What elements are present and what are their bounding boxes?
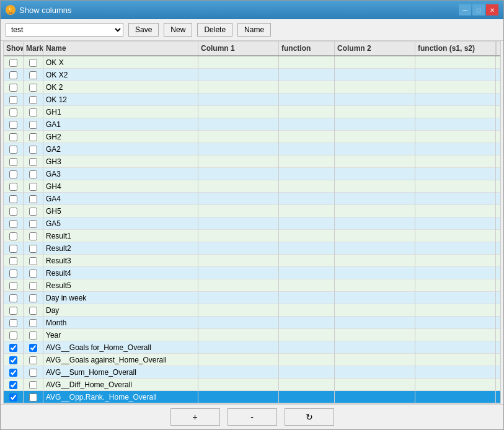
- table-row[interactable]: GA2: [4, 143, 500, 156]
- mark-checkbox[interactable]: [29, 245, 37, 253]
- mark-checkbox-cell[interactable]: [24, 329, 43, 341]
- show-checkbox-cell[interactable]: [4, 106, 24, 118]
- show-checkbox[interactable]: [9, 59, 17, 67]
- show-checkbox-cell[interactable]: [4, 56, 24, 69]
- show-checkbox[interactable]: [9, 146, 17, 154]
- mark-checkbox[interactable]: [29, 319, 37, 327]
- mark-checkbox[interactable]: [29, 307, 37, 315]
- table-scroll-area[interactable]: OK XOK X2OK 2OK 12GH1GA1GH2GA2GH3GA3GH4G…: [4, 56, 500, 403]
- table-row[interactable]: Day in week: [4, 292, 500, 304]
- table-row[interactable]: Result2: [4, 242, 500, 255]
- mark-checkbox[interactable]: [29, 393, 37, 401]
- show-checkbox-cell[interactable]: [4, 205, 24, 217]
- show-checkbox[interactable]: [9, 208, 17, 216]
- mark-checkbox[interactable]: [29, 232, 37, 240]
- table-row[interactable]: AVG__Sum_Home_Overall: [4, 366, 500, 379]
- mark-checkbox-cell[interactable]: [24, 81, 43, 94]
- show-checkbox-cell[interactable]: [4, 255, 24, 267]
- show-checkbox[interactable]: [9, 170, 17, 178]
- table-row[interactable]: OK X: [4, 56, 500, 69]
- mark-checkbox[interactable]: [29, 195, 37, 203]
- show-checkbox-cell[interactable]: [4, 292, 24, 304]
- mark-checkbox-cell[interactable]: [24, 292, 43, 304]
- add-button[interactable]: +: [170, 408, 220, 426]
- show-checkbox-cell[interactable]: [4, 341, 24, 354]
- show-checkbox-cell[interactable]: [4, 180, 24, 193]
- show-checkbox[interactable]: [9, 381, 17, 389]
- new-button[interactable]: New: [164, 23, 192, 37]
- show-checkbox[interactable]: [9, 195, 17, 203]
- mark-checkbox[interactable]: [29, 170, 37, 178]
- mark-checkbox[interactable]: [29, 71, 37, 79]
- show-checkbox[interactable]: [9, 356, 17, 364]
- mark-checkbox[interactable]: [29, 108, 37, 116]
- table-row[interactable]: Result5: [4, 279, 500, 292]
- show-checkbox-cell[interactable]: [4, 143, 24, 156]
- close-button[interactable]: ✕: [486, 4, 498, 15]
- mark-checkbox-cell[interactable]: [24, 217, 43, 230]
- show-checkbox-cell[interactable]: [4, 217, 24, 230]
- table-row[interactable]: Year: [4, 329, 500, 341]
- mark-checkbox[interactable]: [29, 146, 37, 154]
- show-checkbox[interactable]: [9, 133, 17, 141]
- show-checkbox-cell[interactable]: [4, 230, 24, 242]
- table-row[interactable]: OK X2: [4, 69, 500, 81]
- show-checkbox-cell[interactable]: [4, 379, 24, 391]
- mark-checkbox-cell[interactable]: [24, 143, 43, 156]
- mark-checkbox-cell[interactable]: [24, 168, 43, 180]
- mark-checkbox[interactable]: [29, 270, 37, 278]
- show-checkbox[interactable]: [9, 232, 17, 240]
- mark-checkbox-cell[interactable]: [24, 56, 43, 69]
- table-row[interactable]: Result1: [4, 230, 500, 242]
- show-checkbox[interactable]: [9, 282, 17, 290]
- mark-checkbox-cell[interactable]: [24, 242, 43, 255]
- mark-checkbox-cell[interactable]: [24, 354, 43, 366]
- table-row[interactable]: GH3: [4, 156, 500, 168]
- mark-checkbox-cell[interactable]: [24, 366, 43, 379]
- mark-checkbox-cell[interactable]: [24, 118, 43, 131]
- mark-checkbox-cell[interactable]: [24, 391, 43, 403]
- mark-checkbox-cell[interactable]: [24, 267, 43, 279]
- show-checkbox[interactable]: [9, 319, 17, 327]
- show-checkbox[interactable]: [9, 369, 17, 377]
- show-checkbox-cell[interactable]: [4, 391, 24, 403]
- mark-checkbox-cell[interactable]: [24, 193, 43, 205]
- table-row[interactable]: OK 2: [4, 81, 500, 94]
- show-checkbox-cell[interactable]: [4, 131, 24, 143]
- mark-checkbox-cell[interactable]: [24, 230, 43, 242]
- table-row[interactable]: GH4: [4, 180, 500, 193]
- show-checkbox[interactable]: [9, 393, 17, 401]
- mark-checkbox[interactable]: [29, 344, 37, 352]
- table-row[interactable]: Month: [4, 317, 500, 329]
- table-row[interactable]: AVG__Diff_Home_Overall: [4, 379, 500, 391]
- table-row[interactable]: GA3: [4, 168, 500, 180]
- mark-checkbox[interactable]: [29, 208, 37, 216]
- show-checkbox-cell[interactable]: [4, 118, 24, 131]
- table-row[interactable]: AVG__Goals against_Home_Overall: [4, 354, 500, 366]
- minimize-button[interactable]: ─: [459, 4, 471, 15]
- mark-checkbox[interactable]: [29, 59, 37, 67]
- table-row[interactable]: Day: [4, 304, 500, 317]
- mark-checkbox[interactable]: [29, 121, 37, 129]
- mark-checkbox-cell[interactable]: [24, 317, 43, 329]
- show-checkbox-cell[interactable]: [4, 366, 24, 379]
- delete-button[interactable]: Delete: [197, 23, 232, 37]
- mark-checkbox[interactable]: [29, 220, 37, 228]
- show-checkbox-cell[interactable]: [4, 317, 24, 329]
- show-checkbox-cell[interactable]: [4, 81, 24, 94]
- profile-dropdown[interactable]: test: [6, 23, 123, 37]
- table-row[interactable]: AVG__Opp.Rank._Home_Overall: [4, 391, 500, 403]
- table-row[interactable]: Result3: [4, 255, 500, 267]
- show-checkbox-cell[interactable]: [4, 267, 24, 279]
- show-checkbox[interactable]: [9, 245, 17, 253]
- show-checkbox[interactable]: [9, 331, 17, 340]
- mark-checkbox[interactable]: [29, 381, 37, 389]
- mark-checkbox-cell[interactable]: [24, 69, 43, 81]
- table-row[interactable]: GH2: [4, 131, 500, 143]
- show-checkbox[interactable]: [9, 270, 17, 278]
- mark-checkbox-cell[interactable]: [24, 180, 43, 193]
- mark-checkbox-cell[interactable]: [24, 94, 43, 106]
- show-checkbox-cell[interactable]: [4, 304, 24, 317]
- mark-checkbox[interactable]: [29, 257, 37, 265]
- mark-checkbox-cell[interactable]: [24, 379, 43, 391]
